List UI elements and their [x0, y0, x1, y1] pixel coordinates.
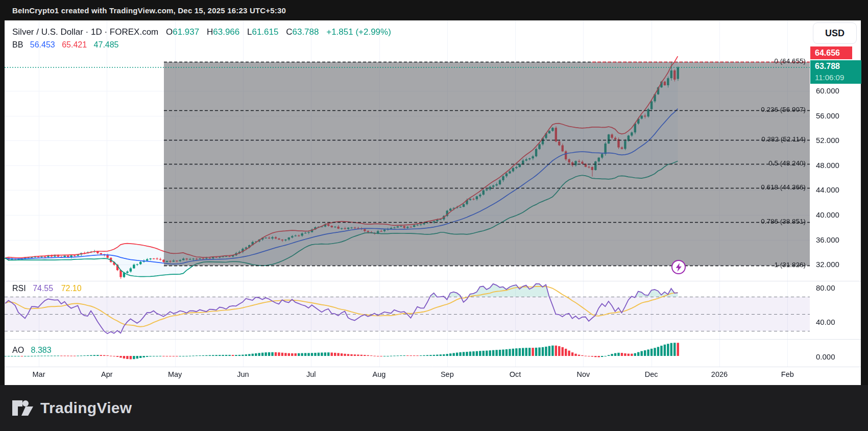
- time-axis-label: Aug: [361, 370, 397, 378]
- tradingview-screenshot: BeInCrypto1 created with TradingView.com…: [0, 0, 868, 431]
- time-axis-label: 2026: [702, 370, 737, 378]
- last-price-badge: 63.788 11:06:09: [810, 60, 861, 84]
- time-axis-label: Jul: [293, 370, 329, 378]
- time-axis-label: Apr: [89, 370, 125, 378]
- high-price-badge: 64.656: [810, 46, 852, 59]
- fib-level-label: 1 (31.826): [724, 261, 806, 269]
- price-axis-tick: 48.000: [816, 161, 839, 170]
- last-price-value: 63.788: [815, 60, 861, 73]
- currency-toggle-button[interactable]: USD: [813, 22, 857, 44]
- time-axis-label: Feb: [769, 370, 805, 378]
- price-axis-tick: 40.000: [816, 210, 839, 219]
- legend-sep2: ·: [104, 27, 109, 37]
- legend-sep: ·: [86, 27, 91, 37]
- rsi-ma-value: 72.10: [61, 284, 82, 293]
- lightning-icon[interactable]: [671, 260, 686, 274]
- interval-label[interactable]: 1D: [91, 27, 102, 37]
- fib-level-label: 0.786 (38.851): [724, 218, 806, 225]
- bb-lower-value: 47.485: [94, 40, 119, 49]
- low-value: 61.615: [252, 27, 278, 37]
- price-axis-tick: 44.000: [816, 185, 839, 194]
- bb-basis-value: 56.453: [30, 40, 55, 49]
- price-axis-tick: 60.000: [816, 86, 839, 95]
- fib-level-label: 0 (64.655): [724, 57, 806, 65]
- tradingview-mark-icon: [11, 398, 34, 418]
- ao-value: 8.383: [31, 346, 52, 354]
- exchange-label: FOREX.com: [110, 27, 158, 37]
- price-axis-tick: 32.000: [816, 260, 839, 269]
- time-axis-label: Mar: [21, 370, 57, 378]
- time-axis-label: Nov: [565, 370, 601, 378]
- tradingview-wordmark: TradingView: [40, 399, 132, 417]
- rsi-legend[interactable]: RSI 74.55 72.10: [12, 284, 82, 293]
- ao-legend[interactable]: AO 8.383: [12, 346, 52, 355]
- high-key: H: [207, 27, 213, 37]
- ao-label: AO: [12, 346, 24, 354]
- symbol-title: Silver / U.S. Dollar: [12, 27, 83, 37]
- rsi-value: 74.55: [33, 284, 53, 293]
- rsi-label: RSI: [12, 284, 26, 293]
- close-key: C: [286, 27, 292, 37]
- price-axis-tick: 36.000: [816, 235, 839, 244]
- bb-upper-value: 65.421: [62, 40, 87, 49]
- fib-level-label: 0.382 (52.114): [724, 135, 806, 143]
- time-axis-label: May: [157, 370, 193, 378]
- time-axis-label: Oct: [497, 370, 533, 378]
- tradingview-logo[interactable]: TradingView: [11, 398, 132, 418]
- bb-label: BB: [12, 40, 23, 49]
- time-axis-label: Jun: [225, 370, 261, 378]
- price-axis-tick: 52.000: [816, 136, 839, 145]
- price-axis-tick: 56.000: [816, 111, 839, 120]
- currency-label: USD: [825, 28, 845, 39]
- fib-level-label: 0.236 (56.907): [724, 106, 806, 113]
- fib-level-label: 0.618 (44.366): [724, 183, 806, 191]
- high-price-badge-value: 64.656: [815, 49, 840, 58]
- open-value: 61.937: [173, 27, 199, 37]
- change-value: +1.851 (+2.99%): [326, 27, 391, 37]
- symbol-legend[interactable]: Silver / U.S. Dollar · 1D · FOREX.com O6…: [12, 27, 391, 37]
- time-axis-label: Sep: [429, 370, 465, 378]
- high-value: 63.966: [213, 27, 239, 37]
- rsi-axis-tick: 80.00: [816, 283, 835, 292]
- open-key: O: [166, 27, 173, 37]
- rsi-axis-tick: 40.00: [816, 318, 835, 326]
- footer-bar: TradingView: [0, 385, 868, 431]
- ao-axis-tick: 0.000: [816, 352, 835, 361]
- countdown-timer: 11:06:09: [815, 73, 861, 82]
- time-axis-label: Dec: [634, 370, 669, 378]
- close-value: 63.788: [292, 27, 319, 37]
- lightning-bolt-glyph: [675, 263, 683, 272]
- fib-level-label: 0.5 (48.240): [724, 159, 806, 167]
- bb-legend[interactable]: BB 56.453 65.421 47.485: [12, 40, 119, 50]
